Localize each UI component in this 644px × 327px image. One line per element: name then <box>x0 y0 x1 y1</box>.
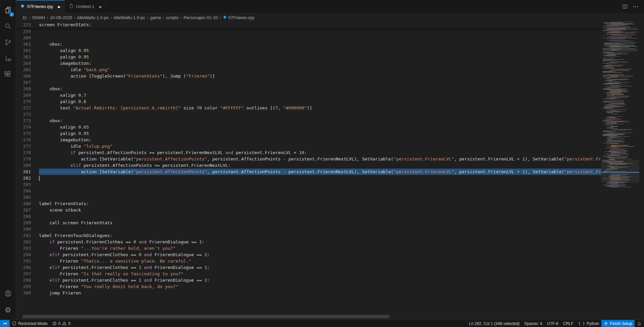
code-line-274[interactable]: 274 xalign 0.65 <box>16 124 644 130</box>
line-content[interactable] <box>39 194 601 200</box>
code-line-271[interactable]: 271 text "Actual Rebirths: [persistent.A… <box>16 105 644 111</box>
code-line-290[interactable]: 290 <box>16 226 644 232</box>
code-line-300[interactable]: 300 jump Frieren <box>16 290 644 296</box>
code-line-281[interactable]: 281················action [SetVariable("… <box>16 169 644 175</box>
line-content[interactable]: action [ToggleScreen("FrierenStats"), Ju… <box>39 73 601 79</box>
line-content[interactable]: scene stback <box>39 207 601 213</box>
code-line-297[interactable]: 297 Frieren "Is that really so fascinati… <box>16 271 644 277</box>
code-line-273[interactable]: 273 vbox: <box>16 118 644 124</box>
code-line-286[interactable]: 286label FrierenStats: <box>16 200 644 207</box>
code-line-270[interactable]: 270 yalign 0.6 <box>16 98 644 105</box>
line-content[interactable] <box>39 188 601 194</box>
code-line-263[interactable]: 263 yalign 0.95 <box>16 54 644 60</box>
breadcrumb-item[interactable]: IdleWaifu-1.0-pc <box>114 15 145 20</box>
breadcrumb-item[interactable]: 10-09-2025 <box>50 15 72 20</box>
explorer-button[interactable]: 2 <box>0 3 16 19</box>
tab-07frieren[interactable]: 07Frieren.rpy ● <box>16 0 65 13</box>
line-content[interactable]: label FrierenTouchDialogues: <box>39 232 601 239</box>
account-button[interactable] <box>0 286 16 302</box>
minimap-slider[interactable] <box>601 160 639 183</box>
line-content[interactable]: xalign 0.95 <box>39 47 601 54</box>
code-line-294[interactable]: 294 elif persistent.FrierenClothes == 0 … <box>16 251 644 258</box>
code-line-289[interactable]: 289 call screen FrierenStats <box>16 220 644 226</box>
line-content[interactable]: elif persistent.FrierenClothes == 1 and … <box>39 264 601 271</box>
code-line-293[interactable]: 293 Frieren "...You're rather bold, aren… <box>16 245 644 251</box>
breadcrumb-item[interactable]: game <box>150 15 161 20</box>
indentation-button[interactable]: Spaces: 4 <box>522 320 544 327</box>
line-content[interactable]: vbox: <box>39 86 601 92</box>
code-line-261[interactable]: 261 vbox: <box>16 41 644 47</box>
code-editor[interactable]: 223 screen FrierenStats: 259260261 vbox:… <box>16 21 644 320</box>
code-line-264[interactable]: 264 imagebutton: <box>16 60 644 66</box>
line-content[interactable]: Frieren "...You're rather bold, aren't y… <box>39 245 601 251</box>
modified-dot-icon[interactable]: ● <box>99 4 101 9</box>
breadcrumb-item-file[interactable]: 07Frieren.rpy <box>223 15 254 20</box>
breadcrumb-item[interactable]: D: <box>23 15 27 20</box>
code-line-275[interactable]: 275 yalign 0.95 <box>16 130 644 137</box>
code-line-277[interactable]: 277 idle "lvlup.png" <box>16 143 644 149</box>
settings-button[interactable]: ⚙ <box>0 302 16 318</box>
code-line-285[interactable]: 285 <box>16 194 644 200</box>
vertical-scrollbar[interactable] <box>639 21 644 320</box>
encoding-button[interactable]: UTF-8 <box>545 320 561 327</box>
code-line-272[interactable]: 272 <box>16 111 644 118</box>
notifications-button[interactable] <box>635 320 644 327</box>
line-content[interactable]: call screen FrierenStats <box>39 220 601 226</box>
line-content[interactable] <box>39 111 601 118</box>
line-content[interactable]: text "Actual Rebirths: [persistent.A_reb… <box>39 105 601 111</box>
search-button[interactable] <box>0 19 16 35</box>
line-content[interactable] <box>39 213 601 220</box>
more-actions-button[interactable]: ⋯ <box>631 2 641 12</box>
line-content[interactable] <box>39 35 601 41</box>
breadcrumb-item[interactable]: scripts <box>166 15 179 20</box>
line-content[interactable]: elif persistent.FrierenClothes == 1 and … <box>39 277 601 283</box>
horizontal-scrollbar-thumb[interactable] <box>22 315 389 318</box>
cursor-position-button[interactable]: Ln 282, Col 1 (348 selected) <box>467 320 522 327</box>
code-line-279[interactable]: 279 action [SetVariable("persistent.Affe… <box>16 156 644 162</box>
remote-indicator-button[interactable]: >< <box>0 320 10 327</box>
eol-button[interactable]: CRLF <box>561 320 576 327</box>
finish-setup-button[interactable]: Finish Setup <box>601 320 635 327</box>
code-line-299[interactable]: 299 Frieren "You really don▯t hold back,… <box>16 283 644 290</box>
language-mode-button[interactable]: { } Python <box>576 320 601 327</box>
problems-button[interactable]: 0 0 <box>50 320 73 327</box>
code-line-268[interactable]: 268 vbox: <box>16 86 644 92</box>
code-line-262[interactable]: 262 xalign 0.95 <box>16 47 644 54</box>
line-content[interactable]: idle "lvlup.png" <box>39 143 601 149</box>
code-line-278[interactable]: 278 if persistent.AffectionPoints >= per… <box>16 149 644 156</box>
extensions-button[interactable] <box>0 67 16 83</box>
code-line-267[interactable]: 267 <box>16 79 644 86</box>
breadcrumb-item[interactable]: ISNIIH <box>32 15 45 20</box>
breadcrumb-item[interactable]: Personajes 01-10 <box>184 15 218 20</box>
code-line-280[interactable]: 280 elif persistent.AffectionPoints >= p… <box>16 162 644 169</box>
code-line-259[interactable]: 259 <box>16 28 644 35</box>
line-content[interactable]: yalign 0.6 <box>39 98 601 105</box>
line-content[interactable]: elif persistent.FrierenClothes == 0 and … <box>39 251 601 258</box>
line-content[interactable] <box>39 181 601 188</box>
code-line-288[interactable]: 288 <box>16 213 644 220</box>
line-content[interactable] <box>39 226 601 232</box>
line-content[interactable]: yalign 0.95 <box>39 130 601 137</box>
line-content[interactable]: elif persistent.AffectionPoints >= persi… <box>39 162 601 169</box>
line-content[interactable]: Frieren "You really don▯t hold back, do … <box>39 283 601 290</box>
code-line-287[interactable]: 287 scene stback <box>16 207 644 213</box>
line-content[interactable] <box>39 79 601 86</box>
line-content[interactable]: vbox: <box>39 118 601 124</box>
line-content[interactable]: label FrierenStats: <box>39 200 601 207</box>
code-line-260[interactable]: 260 <box>16 35 644 41</box>
split-editor-button[interactable] <box>620 2 630 12</box>
code-line-296[interactable]: 296 elif persistent.FrierenClothes == 1 … <box>16 264 644 271</box>
run-debug-button[interactable] <box>0 51 16 67</box>
line-content[interactable]: Frieren "Is that really so fascinating t… <box>39 271 601 277</box>
code-line-276[interactable]: 276 imagebutton: <box>16 137 644 143</box>
line-content[interactable]: xalign 0.7 <box>39 92 601 98</box>
modified-dot-icon[interactable]: ● <box>57 4 60 9</box>
code-line-295[interactable]: 295 Frieren "That▯s... a sensitive place… <box>16 258 644 264</box>
code-line-282[interactable]: 282 <box>16 175 644 181</box>
line-content[interactable]: imagebutton: <box>39 137 601 143</box>
code-line-265[interactable]: 265 idle "back.png" <box>16 66 644 73</box>
minimap[interactable] <box>601 21 639 320</box>
restricted-mode-button[interactable]: Restricted Mode <box>10 320 50 327</box>
line-content[interactable]: if persistent.AffectionPoints >= persist… <box>39 149 601 156</box>
code-line-292[interactable]: 292 if persistent.FrierenClothes == 0 an… <box>16 239 644 245</box>
